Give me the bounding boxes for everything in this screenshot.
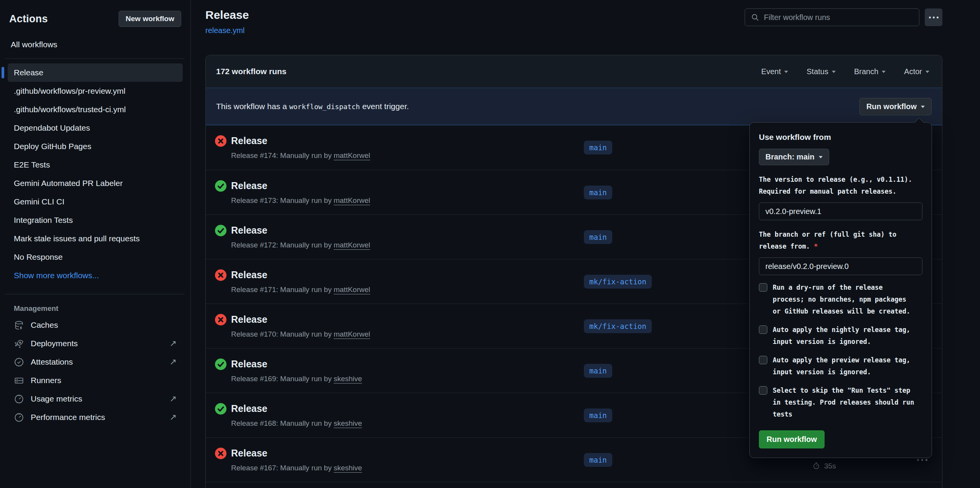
branch-label[interactable]: main: [584, 230, 612, 244]
divider: [5, 58, 184, 59]
ref-input[interactable]: [759, 257, 922, 275]
run-title[interactable]: Release: [231, 135, 268, 146]
branch-label[interactable]: mk/fix-action: [584, 319, 652, 333]
success-icon: [215, 225, 226, 236]
sidebar-item-all-workflows[interactable]: All workflows: [9, 40, 181, 49]
workflow-file-link[interactable]: release.yml: [205, 26, 245, 35]
run-title[interactable]: Release: [231, 448, 268, 459]
run-description: Release #167: Manually run by skeshive: [231, 464, 362, 472]
sidebar-item-workflow[interactable]: Gemini CLI CI: [8, 193, 183, 211]
checkbox[interactable]: [759, 386, 767, 395]
popup-options: Run a dry-run of the release process; no…: [759, 282, 922, 420]
sidebar-item-workflow[interactable]: No Response: [8, 248, 183, 266]
run-description: Release #168: Manually run by skeshive: [231, 419, 362, 428]
management-list: CachesDeployments↗Attestations↗RunnersUs…: [9, 316, 181, 427]
workflow-run-row[interactable]: [206, 482, 942, 488]
chevron-down-icon: [784, 71, 788, 75]
popup-option-row: Select to skip the "Run Tests" step in t…: [759, 385, 922, 420]
sidebar-item-runners[interactable]: Runners: [9, 371, 181, 390]
filter-actor-dropdown[interactable]: Actor: [904, 67, 929, 76]
show-more-workflows-link[interactable]: Show more workflows...: [8, 266, 183, 285]
run-title[interactable]: Release: [231, 359, 268, 370]
sidebar-item-usage-metrics[interactable]: Usage metrics↗: [9, 390, 181, 408]
page-title: Actions: [9, 13, 48, 25]
code-workflow-dispatch: workflow_dispatch: [287, 103, 362, 111]
run-title[interactable]: Release: [231, 403, 268, 414]
filter-status-dropdown[interactable]: Status: [806, 67, 836, 76]
sidebar-item-caches[interactable]: Caches: [9, 316, 181, 334]
divider: [5, 294, 184, 294]
run-title[interactable]: Release: [231, 314, 268, 325]
filter-workflow-runs-input[interactable]: [764, 13, 913, 22]
run-description: Release #173: Manually run by mattKorwel: [231, 196, 370, 205]
sidebar-item-attestations[interactable]: Attestations↗: [9, 353, 181, 371]
run-title[interactable]: Release: [231, 180, 268, 191]
branch-label[interactable]: main: [584, 453, 612, 467]
banner-text: This workflow has aworkflow_dispatcheven…: [216, 102, 409, 111]
sidebar-item-deployments[interactable]: Deployments↗: [9, 334, 181, 353]
external-link-icon: ↗: [170, 357, 177, 367]
search-icon: [751, 13, 759, 22]
failure-icon: [215, 448, 226, 459]
success-icon: [215, 403, 226, 415]
actor-link[interactable]: skeshive: [334, 419, 362, 427]
popup-option-row: Auto apply the nightly release tag, inpu…: [759, 324, 922, 348]
sidebar-item-workflow[interactable]: Dependabot Updates: [8, 119, 183, 137]
version-input[interactable]: [759, 203, 922, 220]
workflow-options-button[interactable]: [925, 8, 942, 26]
sidebar-item-workflow[interactable]: Release: [8, 63, 183, 82]
run-description: Release #169: Manually run by skeshive: [231, 375, 362, 383]
actor-link[interactable]: mattKorwel: [334, 151, 370, 159]
branch-label[interactable]: main: [584, 186, 612, 199]
actor-link[interactable]: mattKorwel: [334, 285, 370, 294]
workflow-runs-count: 172 workflow runs: [216, 67, 286, 76]
actor-link[interactable]: mattKorwel: [334, 196, 370, 204]
run-workflow-popup: Use workflow from Branch: main The versi…: [749, 122, 932, 458]
required-asterisk: *: [814, 242, 818, 250]
sidebar-item-workflow[interactable]: E2E Tests: [8, 156, 183, 174]
run-title[interactable]: Release: [231, 225, 268, 236]
chevron-down-icon: [819, 156, 823, 160]
run-title[interactable]: Release: [231, 269, 268, 281]
version-label: The version to release (e.g., v0.1.11). …: [759, 174, 922, 198]
branch-label[interactable]: main: [584, 141, 612, 154]
management-section-label: Management: [9, 304, 181, 313]
actor-link[interactable]: skeshive: [334, 464, 362, 472]
external-link-icon: ↗: [170, 412, 177, 422]
sidebar-item-workflow[interactable]: .github/workflows/trusted-ci.yml: [8, 100, 183, 119]
run-workflow-dropdown-button[interactable]: Run workflow: [859, 98, 932, 115]
runs-filters: EventStatusBranchActor: [761, 67, 932, 76]
branch-label[interactable]: main: [584, 408, 612, 422]
run-description: Release #170: Manually run by mattKorwel: [231, 330, 370, 339]
sidebar-item-workflow[interactable]: Deploy GitHub Pages: [8, 137, 183, 156]
actor-link[interactable]: mattKorwel: [334, 330, 370, 338]
meter-icon: [14, 412, 24, 423]
checkbox[interactable]: [759, 283, 767, 292]
runs-panel-header: 172 workflow runs EventStatusBranchActor: [206, 55, 942, 88]
run-description: Release #174: Manually run by mattKorwel: [231, 151, 370, 160]
workflow-list: Release.github/workflows/pr-review.yml.g…: [9, 63, 181, 266]
success-icon: [215, 180, 226, 192]
sidebar-item-workflow[interactable]: Integration Tests: [8, 211, 183, 229]
sidebar-item-performance-metrics[interactable]: Performance metrics↗: [9, 408, 181, 427]
actor-link[interactable]: skeshive: [334, 375, 362, 383]
checkbox[interactable]: [759, 325, 767, 334]
sidebar-item-workflow[interactable]: Mark stale issues and pull requests: [8, 229, 183, 248]
sidebar-item-workflow[interactable]: .github/workflows/pr-review.yml: [8, 82, 183, 100]
branch-label[interactable]: main: [584, 364, 612, 378]
chevron-down-icon: [832, 71, 836, 75]
new-workflow-button[interactable]: New workflow: [119, 11, 181, 27]
branch-label[interactable]: mk/fix-action: [584, 275, 652, 289]
run-workflow-submit-button[interactable]: Run workflow: [759, 430, 825, 448]
filter-branch-dropdown[interactable]: Branch: [854, 67, 886, 76]
run-duration: 35s: [812, 461, 859, 470]
workflow-dispatch-banner: This workflow has aworkflow_dispatcheven…: [206, 88, 942, 125]
checkbox[interactable]: [759, 356, 767, 364]
sidebar-item-workflow[interactable]: Gemini Automated PR Labeler: [8, 174, 183, 193]
verified-icon: [14, 357, 24, 367]
actor-link[interactable]: mattKorwel: [334, 241, 370, 249]
server-icon: [14, 375, 24, 386]
branch-select-button[interactable]: Branch: main: [759, 149, 829, 165]
run-description: Release #172: Manually run by mattKorwel: [231, 241, 370, 249]
filter-event-dropdown[interactable]: Event: [761, 67, 788, 76]
